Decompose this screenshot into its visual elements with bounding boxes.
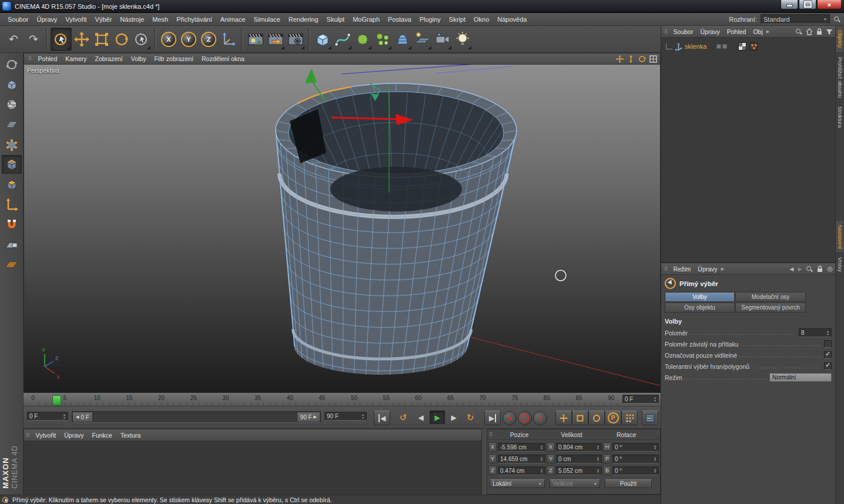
rotation-p-field[interactable]: 0 °▲▼ — [612, 455, 659, 463]
title-bar[interactable]: CINEMA 4D R15.057 Studio - [moje sklenka… — [0, 0, 844, 13]
end-frame-field[interactable]: 90 F ▲▼ — [324, 412, 367, 421]
panel-grip-icon[interactable]: ⠿ — [487, 432, 495, 438]
visibility-toggle-render[interactable] — [722, 44, 727, 49]
history-forward-icon[interactable]: ▶ — [798, 266, 802, 272]
enable-snap-button[interactable] — [2, 215, 22, 234]
material-list-area[interactable] — [24, 441, 481, 495]
polygons-mode-button[interactable] — [2, 175, 22, 194]
stepper-icon[interactable]: ▲▼ — [597, 468, 599, 473]
viewport-menu-rozdeleni[interactable]: Rozdělení okna — [197, 55, 249, 63]
redo-button[interactable]: ↷ — [24, 28, 43, 51]
om-menu-upravy[interactable]: Úpravy — [696, 28, 723, 36]
key-rotation-toggle[interactable] — [588, 411, 605, 425]
menu-mesh[interactable]: Mesh — [148, 15, 172, 24]
render-settings-button[interactable] — [286, 28, 306, 51]
material-menu-funkce[interactable]: Funkce — [88, 431, 116, 440]
tab-objekty[interactable]: Objekty — [836, 26, 843, 53]
menu-pluginy[interactable]: Pluginy — [416, 15, 445, 24]
phong-tag-icon[interactable] — [749, 42, 758, 51]
tab-volby[interactable]: Volby — [665, 292, 735, 302]
object-row-sklenka[interactable]: sklenka — [664, 41, 833, 52]
stepper-icon[interactable]: ▲▼ — [540, 468, 543, 473]
radius-field[interactable]: 8 ▲▼ — [799, 328, 832, 337]
next-key-button[interactable]: ↻ — [463, 411, 478, 424]
search-icon[interactable] — [833, 16, 840, 23]
position-z-field[interactable]: 0.474 cm▲▼ — [498, 466, 545, 475]
stepper-icon[interactable]: ▲▼ — [361, 414, 364, 419]
tab-struktura[interactable]: Struktura — [836, 102, 843, 133]
coordinate-system-button[interactable] — [219, 28, 239, 51]
open-timeline-button[interactable] — [642, 411, 658, 425]
points-mode-button[interactable] — [2, 135, 22, 154]
render-to-picture-viewer-button[interactable] — [266, 28, 286, 51]
environment-button[interactable] — [413, 28, 433, 51]
panel-grip-icon[interactable]: ⠿ — [26, 56, 34, 62]
key-position-toggle[interactable] — [555, 411, 572, 425]
timeline-frame-field[interactable]: 0 F ▲▼ — [622, 395, 659, 404]
coordinate-system-dropdown[interactable]: Lokální ▼ — [490, 479, 545, 488]
rotate-tool-button[interactable] — [112, 28, 132, 51]
viewport-menu-volby[interactable]: Volby — [127, 55, 150, 63]
stepper-icon[interactable]: ▲▼ — [654, 445, 657, 450]
tab-modelacni-osy[interactable]: Modelační osy — [735, 292, 806, 302]
previous-frame-button[interactable]: ◀ — [413, 411, 428, 424]
visibility-toggle-editor[interactable] — [716, 44, 721, 49]
planar-workplane-button[interactable] — [2, 255, 22, 274]
stepper-icon[interactable]: ▲▼ — [654, 397, 657, 402]
menu-overflow-icon[interactable]: ▶ — [721, 267, 724, 271]
rotate-view-button[interactable] — [637, 55, 647, 63]
tolerant-selection-checkbox[interactable] — [824, 362, 832, 370]
toggle-view-button[interactable] — [648, 55, 658, 63]
timeline-range-slider[interactable]: ◀0 F 90 F▶ — [72, 411, 321, 423]
history-back-icon[interactable]: ◀ — [790, 266, 794, 272]
rotation-b-field[interactable]: 0 °▲▼ — [612, 466, 659, 475]
workplane-mode-button[interactable] — [2, 115, 22, 134]
menu-simulace[interactable]: Simulace — [250, 15, 284, 24]
tab-segmentovany-povrch[interactable]: Segmentovaný povrch — [735, 303, 806, 313]
stepper-icon[interactable]: ▲▼ — [654, 456, 657, 462]
live-selection-button[interactable] — [51, 28, 72, 51]
close-button[interactable]: × — [817, 0, 842, 9]
stepper-icon[interactable]: ▲▼ — [654, 468, 657, 473]
size-y-field[interactable]: 0 cm▲▼ — [556, 455, 602, 463]
am-menu-rezim[interactable]: Režim — [670, 265, 695, 273]
axis-mode-button[interactable] — [2, 195, 22, 214]
menu-skript[interactable]: Skript — [445, 15, 470, 24]
apply-button[interactable]: Použít — [605, 479, 652, 488]
menu-rendering[interactable]: Rendering — [284, 15, 323, 24]
viewport-menu-zobrazeni[interactable]: Zobrazení — [91, 55, 126, 63]
menu-vyber[interactable]: Výběr — [91, 15, 116, 24]
play-button[interactable]: ▶ — [430, 411, 445, 424]
mode-dropdown[interactable]: Normální — [769, 373, 832, 382]
autokey-button[interactable] — [518, 411, 532, 425]
add-primitive-button[interactable] — [313, 28, 333, 51]
last-tool-button[interactable] — [132, 28, 152, 51]
pan-view-button[interactable] — [615, 55, 624, 63]
camera-view-label[interactable]: Perspektiva — [27, 67, 59, 74]
panel-grip-icon[interactable]: ⠿ — [662, 29, 670, 35]
key-parameter-toggle[interactable]: P — [605, 411, 621, 425]
om-menu-obj[interactable]: Obj — [749, 28, 766, 36]
goto-start-button[interactable]: ◀ — [374, 411, 390, 425]
lock-workplane-button[interactable] — [2, 235, 22, 254]
filter-icon[interactable] — [826, 28, 833, 35]
am-menu-upravy[interactable]: Úpravy — [694, 265, 721, 273]
make-editable-button[interactable] — [2, 55, 22, 74]
stepper-icon[interactable]: ▲▼ — [597, 445, 599, 450]
menu-napoveda[interactable]: Nápověda — [493, 15, 531, 24]
home-icon[interactable] — [806, 28, 813, 35]
record-keyframe-button[interactable]: ● — [503, 411, 517, 425]
om-search-icon[interactable] — [795, 28, 802, 35]
lock-icon[interactable] — [816, 28, 822, 35]
tab-vrstvy[interactable]: Vrstvy — [836, 253, 843, 277]
add-spline-button[interactable] — [333, 28, 353, 51]
previous-key-button[interactable]: ↺ — [396, 411, 411, 424]
stepper-icon[interactable]: ▲▼ — [597, 456, 599, 462]
visible-only-checkbox[interactable] — [824, 351, 832, 359]
lock-icon[interactable] — [817, 266, 823, 273]
menu-postava[interactable]: Postava — [384, 15, 416, 24]
keyframe-selection-button[interactable]: ? — [533, 411, 547, 425]
section-title[interactable]: Volby — [661, 314, 835, 327]
menu-vytvorit[interactable]: Vytvořit — [61, 15, 91, 24]
lock-x-axis-button[interactable]: X — [159, 28, 179, 51]
